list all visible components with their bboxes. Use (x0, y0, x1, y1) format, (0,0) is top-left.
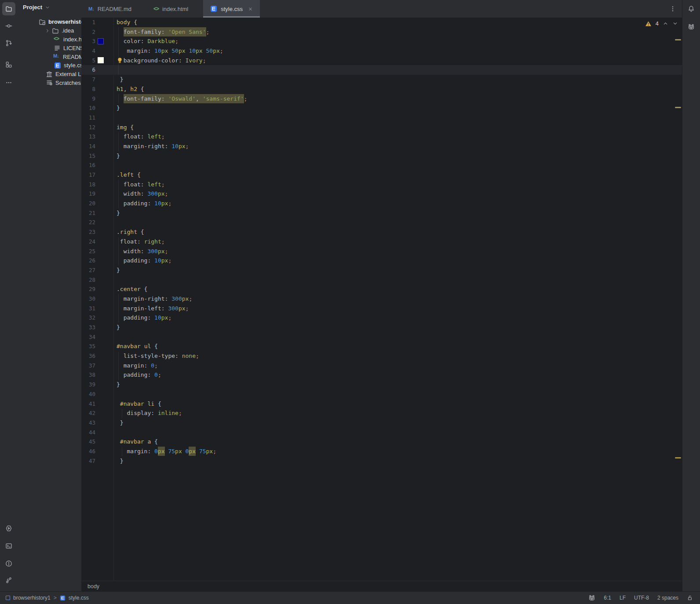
line-number[interactable]: 26 (81, 256, 95, 266)
line-number[interactable]: 5 (81, 56, 95, 65)
code-line[interactable]: 11 (81, 113, 682, 123)
ai-assistant-status-icon[interactable] (588, 594, 595, 601)
code-line[interactable]: 45 #navbar a { (81, 437, 682, 447)
code-line[interactable]: 13 float: left; (81, 132, 682, 142)
tab-options-button[interactable] (668, 4, 677, 13)
tab-style-css[interactable]: style.css (203, 0, 260, 18)
caret-position[interactable]: 6:1 (604, 595, 611, 601)
line-number[interactable]: 31 (81, 304, 95, 313)
error-stripe-mark[interactable] (675, 107, 681, 108)
error-stripe-mark[interactable] (675, 39, 681, 40)
line-number[interactable]: 37 (81, 361, 95, 371)
indent-setting[interactable]: 2 spaces (657, 595, 678, 601)
code-line[interactable]: 14 margin-right: 10px; (81, 142, 682, 151)
line-number[interactable]: 13 (81, 132, 95, 142)
tree-item-license[interactable]: LICENSE (18, 44, 81, 52)
line-number[interactable]: 4 (81, 46, 95, 56)
line-number[interactable]: 20 (81, 199, 95, 208)
line-number[interactable]: 9 (81, 94, 95, 104)
code-line[interactable]: 25 width: 300px; (81, 247, 682, 256)
code-line[interactable]: 4 margin: 10px 50px 10px 50px; (81, 46, 682, 56)
close-icon[interactable] (248, 7, 253, 11)
code-line[interactable]: 42 display: inline; (81, 408, 682, 418)
status-breadcrumb-file[interactable]: style.css (69, 595, 89, 601)
line-number[interactable]: 35 (81, 342, 95, 351)
line-number[interactable]: 36 (81, 351, 95, 361)
more-tool-windows-button[interactable] (2, 76, 15, 89)
run-tool-button[interactable] (2, 522, 15, 535)
terminal-tool-button[interactable] (2, 539, 15, 553)
code-line[interactable]: 46 margin: 0px 75px 0px 75px; (81, 447, 682, 456)
line-number[interactable]: 15 (81, 151, 95, 161)
error-stripe-mark[interactable] (675, 457, 681, 458)
inspections-widget[interactable]: 4 (645, 20, 678, 27)
line-number[interactable]: 47 (81, 456, 95, 466)
chevron-up-icon[interactable] (663, 21, 668, 26)
line-number[interactable]: 43 (81, 418, 95, 428)
code-line[interactable]: 43 } (81, 418, 682, 428)
tree-item-style-css[interactable]: style.css (18, 61, 81, 70)
code-line[interactable]: 39} (81, 380, 682, 389)
code-editor[interactable]: 1body {2 font-family: 'Open Sans';3 colo… (81, 18, 682, 581)
line-number[interactable]: 16 (81, 160, 95, 170)
file-encoding[interactable]: UTF-8 (634, 595, 649, 601)
code-line[interactable]: 9 font-family: 'Oswald', 'sams-serif'; (81, 94, 682, 104)
line-number[interactable]: 39 (81, 380, 95, 389)
line-number[interactable]: 8 (81, 84, 95, 94)
line-number[interactable]: 25 (81, 247, 95, 256)
line-number[interactable]: 7 (81, 75, 95, 84)
code-line[interactable]: 12img { (81, 123, 682, 132)
chevron-right-icon[interactable] (45, 28, 50, 33)
line-number[interactable]: 34 (81, 332, 95, 342)
version-control-tool-button[interactable] (2, 574, 15, 587)
project-tool-button[interactable] (2, 2, 15, 15)
line-number[interactable]: 1 (81, 18, 95, 27)
code-area[interactable]: 1body {2 font-family: 'Open Sans';3 colo… (81, 18, 682, 466)
code-line[interactable]: 17.left { (81, 170, 682, 180)
lock-icon[interactable] (687, 595, 693, 601)
line-number[interactable]: 28 (81, 275, 95, 285)
line-number[interactable]: 23 (81, 227, 95, 237)
line-number[interactable]: 30 (81, 294, 95, 304)
line-number[interactable]: 19 (81, 189, 95, 199)
code-line[interactable]: 21} (81, 208, 682, 218)
line-number[interactable]: 41 (81, 399, 95, 409)
gutter-color-swatch[interactable] (98, 38, 104, 44)
line-number[interactable]: 29 (81, 284, 95, 294)
line-number[interactable]: 44 (81, 428, 95, 437)
code-line[interactable]: 18 float: left; (81, 180, 682, 189)
line-number[interactable]: 6 (81, 65, 95, 75)
tree-item-external-libraries[interactable]: External Libraries (18, 70, 81, 79)
pull-requests-tool-button[interactable] (2, 36, 15, 50)
code-line[interactable]: 33} (81, 323, 682, 332)
code-line[interactable]: 2 font-family: 'Open Sans'; (81, 27, 682, 37)
code-line[interactable]: 37 margin: 0; (81, 361, 682, 371)
code-line[interactable]: 34 (81, 332, 682, 342)
project-panel-header[interactable]: Project (23, 4, 50, 11)
code-line[interactable]: 16 (81, 160, 682, 170)
breadcrumb-body[interactable]: body (88, 583, 99, 589)
code-line[interactable]: 30 margin-right: 300px; (81, 294, 682, 304)
line-number[interactable]: 21 (81, 208, 95, 218)
tree-item-index-html[interactable]: <> index.html (18, 35, 81, 44)
code-line[interactable]: 26 padding: 10px; (81, 256, 682, 266)
code-line[interactable]: 15} (81, 151, 682, 161)
code-line[interactable]: 3 color: Darkblue; (81, 36, 682, 46)
ai-assistant-button[interactable] (685, 20, 698, 33)
line-number[interactable]: 2 (81, 27, 95, 37)
tree-item-idea[interactable]: .idea (18, 26, 81, 35)
code-line[interactable]: 40 (81, 389, 682, 399)
notifications-button[interactable] (685, 2, 698, 15)
line-ending[interactable]: LF (620, 595, 626, 601)
code-line[interactable]: 28 (81, 275, 682, 285)
code-line[interactable]: 27} (81, 266, 682, 275)
code-line[interactable]: 24 float: right; (81, 237, 682, 247)
tab-readme-md[interactable]: M↓ README.md (81, 0, 139, 18)
line-number[interactable]: 10 (81, 103, 95, 113)
line-number[interactable]: 42 (81, 408, 95, 418)
line-number[interactable]: 27 (81, 266, 95, 275)
code-line[interactable]: 29.center { (81, 284, 682, 294)
tab-index-html[interactable]: <> index.html (146, 0, 195, 18)
line-number[interactable]: 46 (81, 447, 95, 456)
chevron-down-icon[interactable] (672, 21, 678, 26)
